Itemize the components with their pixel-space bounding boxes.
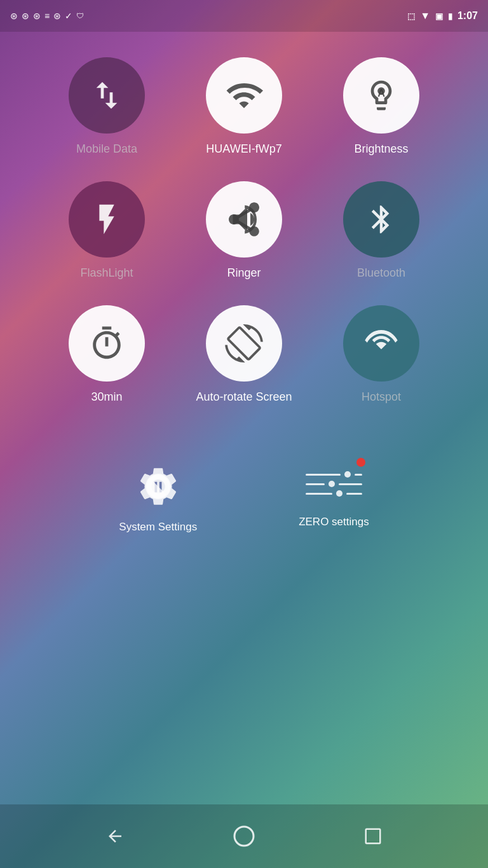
recents-button[interactable] — [357, 820, 389, 852]
zero-settings-icon — [306, 471, 362, 497]
status-bar-right: ⬚ ▼ ▣ ▮ 1:07 — [407, 10, 478, 22]
brightness-button[interactable]: A — [343, 57, 419, 134]
flashlight-item[interactable]: FlashLight — [50, 181, 164, 280]
wifi-label: HUAWEI-fWp7 — [206, 142, 281, 156]
ringer-item[interactable]: Ringer — [187, 181, 301, 280]
app-icon-1: ⊛ — [10, 11, 18, 21]
ringer-button[interactable] — [206, 181, 282, 258]
quick-row-2: FlashLight Ringer — [38, 181, 450, 280]
timer-item[interactable]: 30min — [50, 305, 164, 404]
flashlight-label: FlashLight — [80, 266, 133, 280]
bluetooth-label: Bluetooth — [357, 266, 405, 280]
timer-label: 30min — [91, 390, 122, 404]
svg-text:A: A — [377, 87, 385, 99]
autorotate-label: Auto-rotate Screen — [196, 390, 292, 404]
wifi-item[interactable]: HUAWEI-fWp7 — [187, 57, 301, 156]
home-button[interactable] — [228, 820, 260, 852]
back-button[interactable] — [99, 820, 131, 852]
app-icon-2: ⊛ — [22, 11, 29, 21]
wifi-signal-icon: ▼ — [420, 10, 430, 22]
navigation-bar — [0, 804, 488, 868]
quick-row-1: Mobile Data HUAWEI-fWp7 A Brightness — [38, 57, 450, 156]
timer-button[interactable] — [69, 305, 145, 382]
status-bar: ⊛ ⊛ ⊛ ≡ ⊛ ✓ 🛡 ⬚ ▼ ▣ ▮ 1:07 — [0, 0, 488, 32]
zero-settings-icon-wrap[interactable] — [305, 461, 362, 507]
app-icon-3: ⊛ — [33, 11, 41, 21]
app-icon-6: ✓ — [65, 11, 72, 21]
settings-row: System Settings — [38, 442, 450, 553]
status-bar-left: ⊛ ⊛ ⊛ ≡ ⊛ ✓ 🛡 — [10, 11, 84, 21]
flashlight-button[interactable] — [69, 181, 145, 258]
zero-settings-label: ZERO settings — [299, 516, 369, 528]
mobile-data-button[interactable] — [69, 57, 145, 134]
hotspot-label: Hotspot — [362, 390, 401, 404]
clock: 1:07 — [458, 10, 478, 22]
quick-row-3: 30min Auto-rotate Screen Hotspot — [38, 305, 450, 404]
ringer-label: Ringer — [227, 266, 261, 280]
bluetooth-item[interactable]: Bluetooth — [324, 181, 438, 280]
mobile-data-label: Mobile Data — [76, 142, 137, 156]
svg-rect-3 — [365, 829, 380, 844]
app-icon-5: ⊛ — [53, 11, 61, 21]
autorotate-item[interactable]: Auto-rotate Screen — [187, 305, 301, 404]
bluetooth-button[interactable] — [343, 181, 419, 258]
app-icon-4: ≡ — [44, 11, 50, 21]
hotspot-item[interactable]: Hotspot — [324, 305, 438, 404]
system-settings-item[interactable]: System Settings — [119, 461, 197, 534]
cast-icon: ⬚ — [407, 11, 415, 21]
quick-settings-panel: Mobile Data HUAWEI-fWp7 A Brightness — [0, 32, 488, 553]
svg-point-2 — [234, 827, 254, 846]
system-settings-label: System Settings — [119, 521, 197, 534]
zero-settings-item[interactable]: ZERO settings — [299, 461, 369, 534]
brightness-label: Brightness — [354, 142, 408, 156]
brightness-item[interactable]: A Brightness — [324, 57, 438, 156]
sim-icon: ▣ — [435, 11, 443, 21]
mobile-data-item[interactable]: Mobile Data — [50, 57, 164, 156]
autorotate-button[interactable] — [206, 305, 282, 382]
hotspot-button[interactable] — [343, 305, 419, 382]
red-dot-badge — [356, 458, 365, 467]
wifi-button[interactable] — [206, 57, 282, 134]
battery-icon: ▮ — [448, 11, 452, 21]
system-settings-icon-wrap[interactable] — [133, 461, 184, 512]
app-icon-7: 🛡 — [76, 11, 84, 20]
